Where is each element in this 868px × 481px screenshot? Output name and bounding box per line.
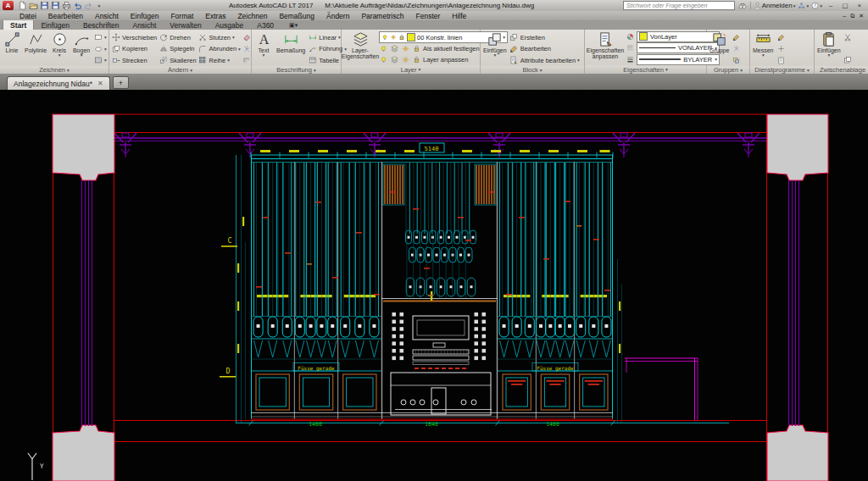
drehen-button[interactable]: Drehen	[159, 32, 196, 42]
drawing-canvas[interactable]: 5140 C D Füsse gerade Füsse gerade 1400 …	[0, 90, 868, 481]
block-bearbeiten-button[interactable]: Bearbeiten	[509, 44, 580, 54]
explode-icon[interactable]	[242, 44, 252, 53]
skalieren-button[interactable]: Skalieren	[159, 55, 196, 65]
doc-restore-button[interactable]: ⧉	[850, 13, 854, 19]
eigenschaften-anpassen-button[interactable]: Eigenschaften anpassen	[587, 31, 624, 60]
tab-verwalten[interactable]: Verwalten	[163, 20, 208, 30]
tab-ansicht[interactable]: Ansicht	[125, 20, 163, 30]
text-button[interactable]: Text▾	[253, 31, 274, 58]
menu-aendern[interactable]: Ändern	[320, 12, 355, 20]
cut-icon[interactable]	[843, 33, 853, 42]
panel-label-eigenschaften[interactable]: Eigenschaften▾	[585, 65, 706, 74]
rectangle-icon[interactable]	[93, 33, 103, 42]
a360-share-button[interactable]: ▾	[798, 2, 809, 9]
minimize-button[interactable]: –	[825, 2, 837, 10]
close-button[interactable]: ×	[854, 2, 865, 10]
file-tab-active[interactable]: Anlagezeichnung Nidau* ✕	[7, 76, 110, 90]
undo-icon[interactable]	[72, 1, 82, 10]
bogen-button[interactable]: Bogen▾	[71, 31, 92, 58]
linie-button[interactable]: Linie	[2, 31, 22, 53]
panel-label-aendern[interactable]: Ändern▾	[109, 66, 251, 74]
plot-icon[interactable]	[61, 1, 71, 10]
tab-beschriften[interactable]: Beschriften	[76, 20, 126, 30]
block-erstellen-button[interactable]: Erstellen	[509, 32, 580, 42]
layer-on-all-icon[interactable]	[379, 55, 388, 64]
hatch-icon[interactable]	[93, 56, 103, 65]
save-as-icon[interactable]	[50, 1, 60, 10]
panel-label-dienstprogramme[interactable]: Dienstprogramme▾	[750, 66, 814, 74]
attribute-bearbeiten-button[interactable]: Attribute bearbeiten▾	[509, 55, 580, 65]
doc-close-button[interactable]: ✕	[859, 13, 864, 19]
menu-datei[interactable]: Datei	[14, 12, 42, 20]
strecken-button[interactable]: Strecken	[111, 55, 157, 65]
menu-hilfe[interactable]: Hilfe	[446, 12, 472, 20]
layer-isolate-icon[interactable]	[390, 44, 399, 53]
quick-select-icon[interactable]	[776, 33, 786, 42]
menu-ansicht[interactable]: Ansicht	[89, 12, 125, 20]
search-input[interactable]: Stichwort oder Frage eingeben	[623, 1, 735, 10]
messen-button[interactable]: Messen▾	[752, 31, 775, 58]
kopieren-button[interactable]: Kopieren	[111, 44, 157, 54]
spiegeln-button[interactable]: Spiegeln	[159, 44, 196, 54]
tab-ausgabe[interactable]: Ausgabe	[209, 20, 251, 30]
panel-label-beschriftung[interactable]: Beschriftung▾	[252, 66, 341, 74]
id-point-icon[interactable]	[776, 44, 786, 53]
panel-label-zwischenablage[interactable]: Zwischenablage	[815, 66, 868, 74]
new-file-icon[interactable]	[17, 1, 27, 10]
block-einfuegen-button[interactable]: Einfügen▾	[482, 31, 508, 58]
copy-clip-icon[interactable]	[843, 56, 853, 65]
tab-einfuegen[interactable]: Einfügen	[34, 20, 76, 30]
save-icon[interactable]	[39, 1, 49, 10]
doc-minimize-button[interactable]: ‒	[843, 13, 846, 19]
menu-bearbeiten[interactable]: Bearbeiten	[42, 12, 89, 20]
menu-parametrisch[interactable]: Parametrisch	[355, 12, 409, 20]
autocad-app-logo-icon[interactable]: A	[3, 1, 14, 10]
menu-format[interactable]: Format	[164, 12, 199, 20]
group-manager-icon[interactable]	[732, 56, 741, 65]
layer-unlock-all-icon[interactable]	[412, 55, 421, 64]
signin-button[interactable]: Anmelden▾	[754, 2, 796, 9]
panel-label-block[interactable]: Block▾	[481, 66, 584, 74]
reihe-button[interactable]: Reihe▾	[198, 55, 241, 65]
menu-zeichnen[interactable]: Zeichnen	[231, 12, 273, 20]
qat-customize-dropdown[interactable]: ▾	[94, 1, 104, 10]
menu-einfuegen[interactable]: Einfügen	[125, 12, 165, 20]
bemassung-button[interactable]: Bemaßung	[275, 31, 306, 53]
als-aktuell-festlegen-button[interactable]: Als aktuell festlegen	[423, 45, 480, 53]
verschieben-button[interactable]: Verschieben	[111, 32, 157, 42]
layer-freeze-icon[interactable]	[401, 44, 410, 53]
panel-label-gruppen[interactable]: Gruppen▾	[707, 66, 749, 74]
menu-bemassung[interactable]: Bemaßung	[273, 12, 320, 20]
layer-eigenschaften-button[interactable]: Layer-Eigenschaften	[343, 31, 377, 60]
layer-off-icon[interactable]	[379, 44, 388, 53]
erase-icon[interactable]	[242, 33, 252, 42]
panel-label-zeichnen[interactable]: Zeichnen▾	[0, 66, 108, 74]
panel-label-layer[interactable]: Layer▾	[342, 65, 480, 74]
offset-icon[interactable]	[242, 56, 252, 65]
quick-calc-icon[interactable]	[776, 56, 786, 65]
layer-thaw-all-icon[interactable]	[401, 55, 410, 64]
ellipse-icon[interactable]	[93, 44, 103, 53]
polylinie-button[interactable]: Polylinie	[24, 31, 47, 53]
tab-start[interactable]: Start	[3, 19, 34, 30]
layer-lock-icon[interactable]	[412, 44, 421, 53]
maximize-button[interactable]: ▢	[839, 2, 851, 10]
redo-icon[interactable]	[83, 1, 93, 10]
layer-unisolate-icon[interactable]	[390, 55, 399, 64]
abrunden-button[interactable]: Abrunden▾	[198, 44, 241, 54]
help-button[interactable]: ▾	[811, 2, 822, 9]
kreis-button[interactable]: Kreis▾	[49, 31, 70, 58]
open-file-icon[interactable]	[28, 1, 38, 10]
search-icon[interactable]	[737, 1, 748, 10]
menu-fenster[interactable]: Fenster	[409, 12, 446, 20]
layer-anpassen-button[interactable]: Layer anpassen	[423, 56, 468, 64]
gruppe-button[interactable]: Gruppe	[709, 31, 730, 53]
paste-button[interactable]: Einfügen▾	[816, 31, 842, 58]
stutzen-button[interactable]: Stutzen▾	[198, 32, 241, 42]
file-tab-close-icon[interactable]: ✕	[97, 80, 103, 87]
new-drawing-tab-button[interactable]: +	[113, 76, 129, 89]
group-edit-icon[interactable]	[732, 33, 741, 42]
tab-a360[interactable]: A360	[250, 20, 281, 30]
menu-extras[interactable]: Extras	[199, 12, 231, 20]
ribbon-display-toggle[interactable]: ▣▾	[286, 21, 301, 30]
